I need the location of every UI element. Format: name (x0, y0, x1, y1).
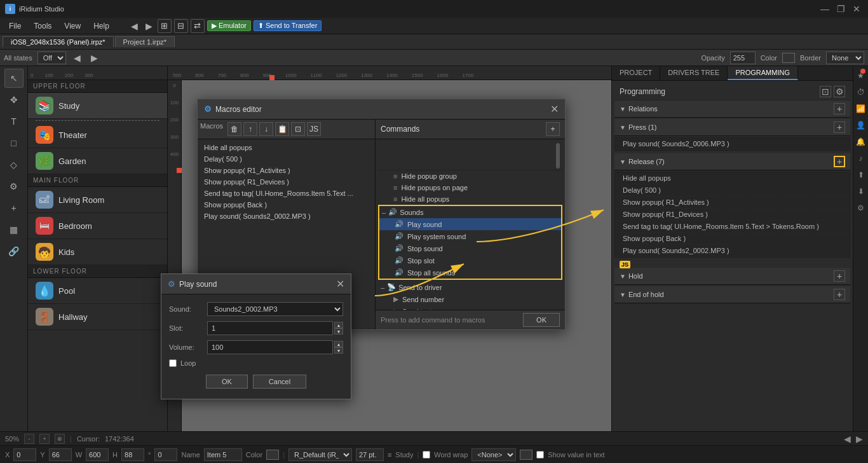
menu-tools[interactable]: Tools (27, 20, 58, 32)
tool-shape[interactable]: ◇ (4, 155, 24, 174)
sound-select[interactable]: Sounds2_0002.MP3 (207, 302, 343, 316)
macro-delete[interactable]: 🗑 (227, 122, 241, 136)
scroll-left[interactable]: ◀ (844, 434, 851, 444)
cmd-stop-slot[interactable]: 🔊 Stop slot (379, 254, 561, 266)
macro-script[interactable]: JS (307, 122, 321, 136)
icon-bell[interactable]: 🔔 (856, 135, 865, 149)
close-button[interactable]: ✕ (850, 4, 863, 14)
loop-checkbox[interactable] (169, 359, 177, 367)
relations-section[interactable]: ▼ Relations + (614, 100, 850, 118)
nav-forward-button[interactable]: ▶ (143, 21, 155, 31)
cmd-play-system-sound[interactable]: 🔊 Play system sound (379, 230, 561, 242)
room-study[interactable]: 📚 Study (28, 93, 167, 119)
volume-input[interactable] (207, 340, 333, 354)
cmd-hide-popup-group[interactable]: ≡ Hide popup group (378, 170, 562, 182)
release-cmd-2[interactable]: Delay( 500 ) (615, 184, 850, 197)
icon-wifi[interactable]: 📶 (856, 102, 865, 116)
relations-add[interactable]: + (834, 103, 845, 114)
release-cmd-1[interactable]: Hide all popups (615, 172, 850, 184)
cmd-stop-sound[interactable]: 🔊 Stop sound (379, 242, 561, 254)
room-garden[interactable]: 🌿 Garden (28, 148, 167, 174)
y-input[interactable] (49, 448, 72, 461)
wordwrap-checkbox[interactable] (423, 451, 430, 459)
expand-btn[interactable]: ⊡ (820, 86, 831, 97)
name-input[interactable] (204, 448, 242, 461)
room-bedroom[interactable]: 🛏 Bedroom (28, 213, 167, 239)
sounds-group-header[interactable]: – 🔊 Sounds (379, 206, 561, 218)
room-kids[interactable]: 🧒 Kids (28, 239, 167, 265)
icon-settings2[interactable]: ⚙ (857, 201, 864, 215)
tool-add[interactable]: + (4, 198, 24, 218)
icon-clock[interactable]: ⏱ (857, 85, 865, 99)
end-hold-add[interactable]: + (834, 289, 845, 300)
zoom-in-btn[interactable]: + (39, 434, 50, 444)
tool-text[interactable]: T (4, 112, 24, 131)
icon-arrow-up[interactable]: ⬆ (858, 168, 864, 182)
cmd-play-sound[interactable]: 🔊 Play sound (379, 218, 561, 230)
font-select[interactable]: R_Default (iR_Del...) (288, 448, 352, 461)
cmd-send-number[interactable]: ▶ Send number (378, 293, 562, 305)
tab-panel[interactable]: iOS8_2048x1536 (Panel).irpz* (3, 36, 114, 47)
macro-down[interactable]: ↓ (259, 122, 273, 136)
macro-item-4[interactable]: Send tag to tag( UI.Home_Rooms.Item 5.Te… (200, 188, 372, 199)
h-input[interactable] (121, 448, 144, 461)
hold-section[interactable]: ▼ Hold + (614, 268, 850, 285)
release-cmd-3[interactable]: Show popup( R1_Activites ) (615, 197, 850, 209)
room-hallway[interactable]: 🚪 Hallway (28, 304, 167, 330)
macro-copy[interactable]: 📋 (275, 122, 289, 136)
slot-input[interactable] (207, 321, 333, 335)
tool-layer[interactable]: ▦ (4, 220, 24, 239)
w-input[interactable] (86, 448, 109, 461)
menu-help[interactable]: Help (87, 20, 116, 32)
psd-cancel-button[interactable]: Cancel (253, 375, 306, 389)
macro-item-1[interactable]: Delay( 500 ) (200, 153, 372, 165)
states-prev[interactable]: ◀ (71, 53, 83, 63)
icon-person[interactable]: 👤 (856, 118, 865, 132)
show-value-checkbox[interactable] (536, 451, 544, 459)
macro-item-2[interactable]: Show popup( R1_Activites ) (200, 165, 372, 176)
cmd-hide-popups-page[interactable]: ≡ Hide popups on page (378, 182, 562, 193)
hold-add[interactable]: + (834, 270, 845, 282)
icon-arrow-down[interactable]: ⬇ (858, 184, 864, 198)
release-section[interactable]: ▼ Release (7) + (614, 153, 850, 170)
connect-button[interactable]: ⇄ (191, 19, 205, 33)
scroll-right[interactable]: ▶ (856, 434, 863, 444)
scrollbar-thumb[interactable] (556, 143, 560, 169)
psd-close-button[interactable]: ✕ (336, 278, 344, 290)
color-swatch3[interactable] (520, 450, 532, 460)
maximize-button[interactable]: ❐ (834, 4, 848, 14)
slot-down[interactable]: ▼ (334, 328, 343, 335)
tab-project[interactable]: PROJECT (612, 66, 660, 80)
none-select[interactable]: <None> (471, 448, 516, 461)
tool-link[interactable]: 🔗 (4, 242, 24, 261)
macro-item-5[interactable]: Show popup( Back ) (200, 199, 372, 211)
release-cmd-6[interactable]: Show popup( Back ) (615, 233, 850, 245)
nav-back-button[interactable]: ◀ (128, 21, 140, 31)
tab-programming[interactable]: PROGRAMMING (728, 66, 798, 80)
press-add[interactable]: + (834, 121, 845, 133)
opacity-input[interactable] (730, 52, 756, 64)
zoom-fit-btn[interactable]: ⊕ (55, 434, 65, 444)
font-size-input[interactable] (356, 448, 384, 461)
macros-close-button[interactable]: ✕ (550, 103, 559, 115)
menu-file[interactable]: File (3, 20, 27, 32)
macro-up[interactable]: ↑ (243, 122, 257, 136)
settings-btn[interactable]: ⚙ (834, 86, 845, 97)
room-pool[interactable]: 💧 Pool (28, 278, 167, 304)
slot-up[interactable]: ▲ (334, 322, 343, 328)
room-theater[interactable]: 🎭 Theater (28, 122, 167, 148)
release-cmd-7[interactable]: Play sound( Sounds2_0002.MP3 ) (615, 245, 850, 257)
macro-expand[interactable]: ⊡ (291, 122, 305, 136)
color-swatch[interactable] (782, 53, 795, 63)
tab-drivers[interactable]: DRIVERS TREE (660, 66, 728, 80)
angle-input[interactable] (154, 448, 177, 461)
icon-music[interactable]: ♪ (859, 151, 863, 165)
commands-add-btn[interactable]: + (546, 122, 560, 136)
cmd-send-text[interactable]: ▶ Send text (378, 305, 562, 310)
macro-item-0[interactable]: Hide all popups (200, 142, 372, 153)
layout-button[interactable]: ⊟ (174, 19, 188, 33)
end-of-hold-section[interactable]: ▼ End of hold + (614, 286, 850, 303)
release-cmd-4[interactable]: Show popup( R1_Devices ) (615, 209, 850, 221)
cmd-hide-all-popups[interactable]: ≡ Hide all popups (378, 193, 562, 205)
grid-button[interactable]: ⊞ (158, 19, 172, 33)
